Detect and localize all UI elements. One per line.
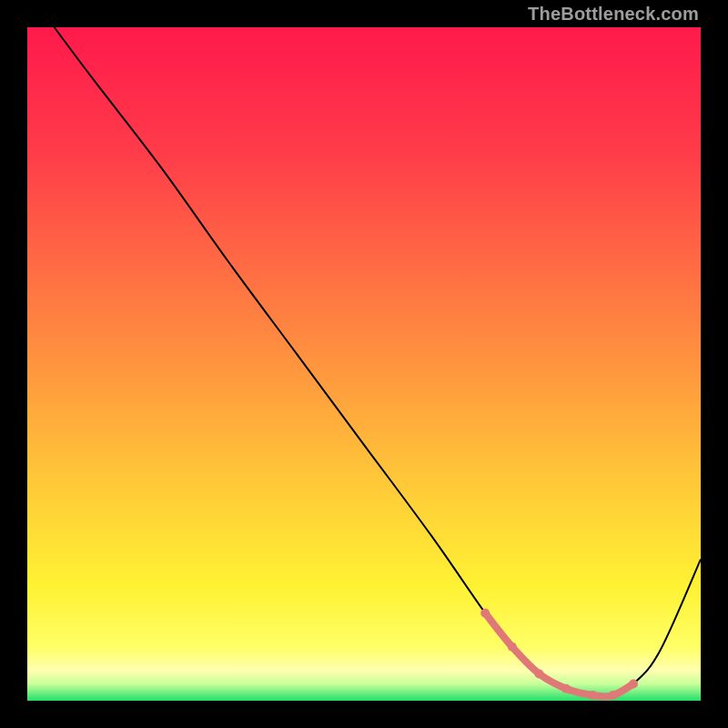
plot-area [27, 27, 701, 701]
bottleneck-curve [55, 27, 701, 696]
optimal-range-dot [508, 642, 517, 652]
optimal-range-dot [534, 669, 543, 678]
chart-overlay [27, 27, 701, 701]
optimal-range-dot [589, 691, 598, 700]
optimal-range-dot [609, 691, 618, 700]
optimal-range-dot [561, 684, 571, 693]
optimal-range-dot [480, 609, 490, 618]
optimal-range-dot [629, 680, 638, 689]
watermark-text: TheBottleneck.com [528, 4, 699, 25]
canvas-frame: TheBottleneck.com [0, 0, 728, 728]
optimal-range-highlight [485, 613, 633, 697]
